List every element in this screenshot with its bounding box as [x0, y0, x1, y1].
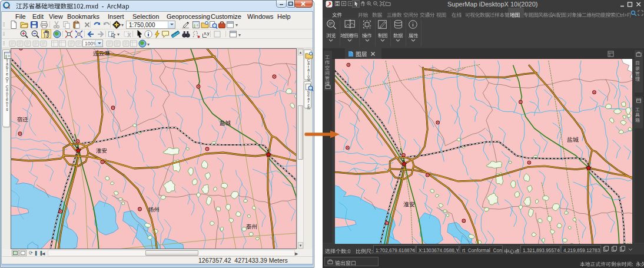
svg-text:x,y: x,y: [204, 31, 210, 36]
